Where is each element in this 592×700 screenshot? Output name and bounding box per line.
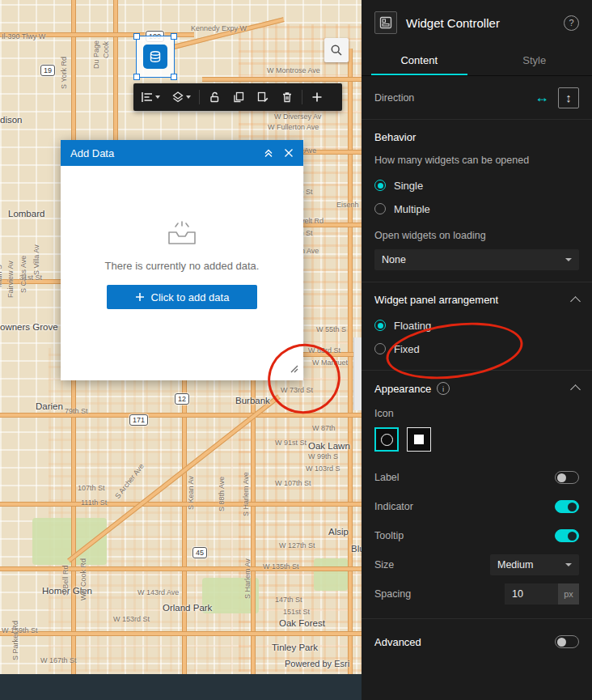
collapse-chevron-icon[interactable] xyxy=(570,384,581,395)
map-label: W 167th St xyxy=(40,656,77,664)
copy-button[interactable] xyxy=(226,83,251,111)
map-label: W 87th xyxy=(312,424,336,432)
radio-circle xyxy=(374,343,386,354)
indicator-row: Indicator xyxy=(374,495,579,518)
add-data-header[interactable]: Add Data xyxy=(61,140,303,166)
map-label: S Archer Ave xyxy=(113,462,146,500)
map-label: 111th St xyxy=(81,498,107,507)
radio-circle xyxy=(374,203,386,214)
search-icon xyxy=(330,44,343,57)
size-select[interactable]: Medium xyxy=(490,554,579,575)
map-label: S Harlem Av xyxy=(243,558,252,599)
selection-handle[interactable] xyxy=(171,33,177,40)
icon-style-square-button[interactable] xyxy=(407,427,431,452)
icon-label: Icon xyxy=(374,408,579,419)
map-label: W 91st St xyxy=(275,439,307,447)
close-button[interactable] xyxy=(284,148,294,158)
select-value: Medium xyxy=(497,559,533,571)
floating-panel-edge xyxy=(353,337,362,410)
radio-single[interactable]: Single xyxy=(374,177,579,193)
duplicate-button[interactable] xyxy=(251,83,275,111)
chevron-down-icon xyxy=(565,563,572,566)
map-label: S 88th Ave xyxy=(218,477,226,511)
align-button[interactable] xyxy=(135,83,166,111)
map-label: Alsip xyxy=(328,527,349,537)
map-label: S York Rd xyxy=(60,57,68,89)
empty-state-text: There is currently no added data. xyxy=(105,260,260,272)
arrangement-title: Widget panel arrangement xyxy=(374,294,498,306)
radio-fixed[interactable]: Fixed xyxy=(374,341,579,357)
selected-widget-controller[interactable] xyxy=(136,36,175,78)
indicator-label: Indicator xyxy=(374,501,413,512)
add-button[interactable] xyxy=(305,83,329,111)
map-label: Darien xyxy=(36,401,63,411)
route-shield: 19 xyxy=(40,65,55,76)
collapse-button[interactable] xyxy=(263,147,274,159)
indicator-toggle[interactable] xyxy=(555,500,579,513)
square-icon xyxy=(414,435,424,444)
map-label: 107th St xyxy=(78,484,105,492)
toolbar-separator xyxy=(302,90,302,104)
radio-circle xyxy=(374,180,386,191)
help-button[interactable]: ? xyxy=(564,15,579,31)
size-row: Size Medium xyxy=(374,554,579,576)
advanced-row: Advanced xyxy=(362,619,592,664)
behavior-section: Behavior How many widgets can be opened … xyxy=(362,120,592,282)
info-icon[interactable]: i xyxy=(437,382,450,395)
appearance-section: Appearance i Icon Label Indicator Toolti… xyxy=(362,371,592,619)
icon-style-circle-button[interactable] xyxy=(374,427,399,452)
resize-handle-icon[interactable] xyxy=(290,364,299,374)
unlock-button[interactable] xyxy=(202,83,226,111)
appearance-title: Appearance xyxy=(374,383,431,395)
map-label: W 63rd St xyxy=(308,346,340,354)
map-label: Oak Forest xyxy=(279,618,325,628)
selection-handle[interactable] xyxy=(171,74,177,80)
map-label: S Villa Av xyxy=(32,244,40,275)
circle-icon xyxy=(381,434,393,446)
radio-circle xyxy=(374,320,386,331)
direction-label: Direction xyxy=(374,92,414,104)
open-widgets-select[interactable]: None xyxy=(374,249,579,270)
map-label: Eisenh xyxy=(336,201,359,209)
advanced-toggle[interactable] xyxy=(555,635,579,648)
map-label: S Bell Rd xyxy=(61,565,70,596)
chevron-down-icon xyxy=(565,258,572,261)
direction-horizontal-button[interactable]: ↔ xyxy=(532,88,552,108)
map-label: 151st St xyxy=(283,608,310,616)
map-attribution: Powered by Esri xyxy=(285,659,349,668)
radio-multiple[interactable]: Multiple xyxy=(374,201,579,217)
tab-content[interactable]: Content xyxy=(362,45,477,75)
spacing-input[interactable] xyxy=(505,583,558,605)
tooltip-label: Tooltip xyxy=(374,530,404,541)
tooltip-toggle[interactable] xyxy=(555,529,579,542)
map-label: Orland Park xyxy=(163,603,212,613)
loading-label: Open widgets on loading xyxy=(374,230,579,241)
radio-label: Multiple xyxy=(394,203,430,215)
route-shield: 171 xyxy=(129,414,148,426)
direction-vertical-button[interactable]: ↕ xyxy=(558,87,579,108)
map-label: W 55th S xyxy=(316,325,346,333)
map-label: W 99th S xyxy=(308,452,338,460)
map-label: Burbank xyxy=(235,396,270,405)
map-label: W 73rd St xyxy=(281,386,313,394)
duplicate-pen-icon xyxy=(256,91,269,104)
arrange-style-button[interactable] xyxy=(166,83,197,111)
direction-row: Direction ↔ ↕ xyxy=(362,76,592,120)
selection-handle[interactable] xyxy=(133,74,140,80)
chevron-down-icon xyxy=(155,95,160,99)
widget-controller-db-icon xyxy=(143,45,167,69)
style-layers-icon xyxy=(171,91,184,104)
empty-tray-icon xyxy=(163,218,201,248)
add-data-title: Add Data xyxy=(70,147,114,159)
map-label: Fairview Av xyxy=(6,261,15,298)
tab-style[interactable]: Style xyxy=(477,45,592,75)
plus-icon xyxy=(135,292,145,302)
label-toggle[interactable] xyxy=(555,471,579,484)
click-to-add-data-button[interactable]: Click to add data xyxy=(107,285,257,309)
map-canvas[interactable]: disonLombardowners GroveDarienBurbankOak… xyxy=(0,0,362,700)
search-button[interactable] xyxy=(324,38,349,62)
radio-floating[interactable]: Floating xyxy=(374,317,579,333)
collapse-chevron-icon[interactable] xyxy=(570,296,581,307)
delete-button[interactable] xyxy=(275,83,299,111)
selection-handle[interactable] xyxy=(133,33,140,40)
